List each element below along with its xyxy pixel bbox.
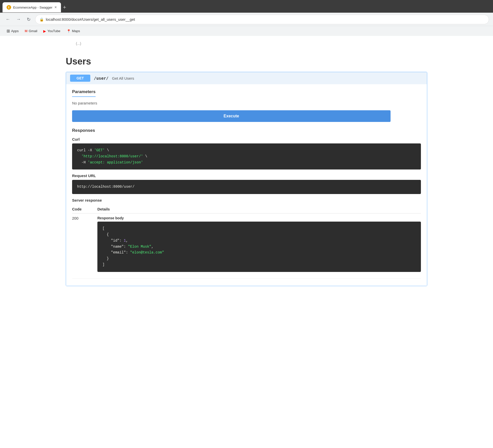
execute-button[interactable]: Execute: [72, 110, 391, 122]
bookmark-maps[interactable]: 📍 Maps: [64, 28, 83, 34]
request-url-block: http://localhost:8000/user/: [72, 180, 421, 194]
tab-favicon: E: [7, 5, 11, 10]
json-line-2: {: [102, 232, 416, 238]
bookmark-apps[interactable]: ⊞ Apps: [4, 28, 21, 34]
curl-label: Curl: [72, 137, 421, 141]
new-tab-button[interactable]: +: [63, 4, 66, 11]
response-body-block: [ { "id": 1, "name": "Elon Musk",: [97, 222, 421, 272]
curl-line-1: curl -X 'GET' \: [77, 147, 416, 154]
main-content: Users GET /user/ Get All Users Parameter…: [0, 51, 493, 309]
responses-section: Responses Curl curl -X 'GET' \ 'http://l…: [72, 128, 421, 279]
parameters-title: Parameters: [72, 89, 96, 97]
address-bar-row: ← → ↻ 🔒 localhost:8000/docs#/Users/get_a…: [0, 13, 493, 26]
lock-icon: 🔒: [39, 17, 44, 22]
json-line-5: "email": "elon@tesla.com": [102, 250, 416, 256]
json-line-4: "name": "Elon Musk",: [102, 244, 416, 250]
curl-block: curl -X 'GET' \ 'http://localhost:8000/u…: [72, 143, 421, 169]
forward-button[interactable]: →: [15, 15, 22, 24]
json-line-3: "id": 1,: [102, 238, 416, 244]
page-content: (...) Users GET /user/ Get All Users Par…: [0, 36, 493, 309]
endpoint-description: Get All Users: [112, 76, 134, 80]
server-response-label: Server response: [72, 198, 421, 202]
bookmark-gmail[interactable]: M Gmail: [22, 28, 40, 34]
json-line-7: ]: [102, 262, 416, 268]
response-details-cell: Response body [ { "id": 1,: [97, 214, 421, 279]
response-row-200: 200 Response body [ { "id": 1,: [72, 214, 421, 279]
tab-bar: E EcommerceApp - Swagger × +: [0, 0, 493, 13]
browser-chrome: E EcommerceApp - Swagger × + ← → ↻ 🔒 loc…: [0, 0, 493, 36]
active-tab[interactable]: E EcommerceApp - Swagger ×: [3, 2, 61, 12]
tab-title: EcommerceApp - Swagger: [13, 6, 52, 9]
endpoint-block: GET /user/ Get All Users Parameters No p…: [66, 72, 427, 286]
code-column-header: Code: [72, 205, 97, 214]
bookmark-youtube-label: YouTube: [47, 29, 60, 33]
gmail-icon: M: [25, 29, 28, 33]
url-text: localhost:8000/docs#/Users/get_all_users…: [46, 17, 135, 22]
bookmark-youtube[interactable]: ▶ YouTube: [41, 28, 63, 34]
response-table: Code Details 200 Response body [: [72, 205, 421, 279]
no-parameters-text: No parameters: [72, 101, 421, 105]
endpoint-path: /user/: [94, 76, 109, 81]
request-url-label: Request URL: [72, 174, 421, 178]
address-bar[interactable]: 🔒 localhost:8000/docs#/Users/get_all_use…: [35, 15, 489, 24]
maps-icon: 📍: [67, 29, 71, 33]
top-partial: (...): [0, 36, 493, 51]
response-body-label: Response body: [97, 216, 421, 220]
method-badge: GET: [70, 75, 90, 82]
parameters-section: Parameters No parameters: [72, 89, 421, 105]
bookmark-apps-label: Apps: [11, 29, 19, 33]
back-button[interactable]: ←: [4, 15, 12, 24]
json-line-1: [: [102, 226, 416, 232]
curl-line-3: -H 'accept: application/json': [77, 160, 416, 166]
curl-line-2: 'http://localhost:8000/user/' \: [77, 154, 416, 160]
response-code-cell: 200: [72, 214, 97, 279]
bookmarks-bar: ⊞ Apps M Gmail ▶ YouTube 📍 Maps: [0, 26, 493, 36]
json-line-6: }: [102, 256, 416, 262]
reload-button[interactable]: ↻: [25, 15, 32, 24]
bookmark-gmail-label: Gmail: [29, 29, 37, 33]
endpoint-body: Parameters No parameters Execute Respons…: [66, 84, 427, 286]
apps-icon: ⊞: [7, 29, 10, 33]
responses-title: Responses: [72, 128, 421, 133]
request-url-value: http://localhost:8000/user/: [77, 185, 135, 189]
youtube-icon: ▶: [43, 29, 46, 33]
section-title: Users: [66, 56, 427, 67]
tab-close-button[interactable]: ×: [54, 5, 57, 9]
details-column-header: Details: [97, 205, 421, 214]
bookmark-maps-label: Maps: [72, 29, 80, 33]
endpoint-header[interactable]: GET /user/ Get All Users: [66, 72, 427, 84]
